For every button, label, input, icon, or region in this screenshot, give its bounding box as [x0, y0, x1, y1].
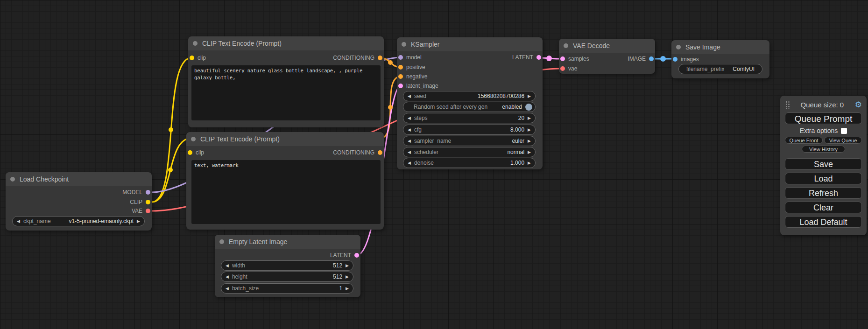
slot-dot-conditioning[interactable]	[378, 56, 382, 60]
width-combo[interactable]: ◀ width 512 ▶	[221, 260, 353, 271]
toggle-enabled-icon[interactable]	[525, 104, 532, 111]
slot-dot-model[interactable]	[146, 190, 150, 195]
input-slot-images[interactable]: images	[673, 55, 699, 64]
prev-value-icon[interactable]: ◀	[408, 94, 411, 98]
prompt-text-input[interactable]: beautiful scenery nature glass bottle la…	[191, 65, 381, 120]
node-vae-decode[interactable]: VAE Decode samples vae IMAGE	[559, 39, 655, 74]
queue-panel[interactable]: Queue size: 0 ⚙ Queue Prompt Extra optio…	[780, 96, 867, 235]
slot-dot-model[interactable]	[398, 55, 403, 60]
seed-combo[interactable]: ◀ seed 156680208700286 ▶	[403, 91, 536, 101]
next-value-icon[interactable]: ▶	[528, 128, 531, 132]
prev-value-icon[interactable]: ◀	[408, 128, 411, 132]
output-slot-latent[interactable]: LATENT	[512, 53, 541, 62]
queue-prompt-button[interactable]: Queue Prompt	[785, 112, 862, 124]
slot-dot-conditioning[interactable]	[398, 65, 403, 70]
prev-value-icon[interactable]: ◀	[408, 139, 411, 143]
denoise-combo[interactable]: ◀ denoise 1.000 ▶	[403, 158, 536, 168]
slot-dot-vae[interactable]	[146, 209, 150, 213]
node-title-bar[interactable]: Save Image	[671, 40, 769, 54]
next-value-icon[interactable]: ▶	[346, 264, 349, 268]
refresh-button[interactable]: Refresh	[785, 187, 862, 199]
input-slot-latent-image[interactable]: latent_image	[398, 81, 438, 91]
queue-front-button[interactable]: Queue Front	[785, 137, 823, 144]
node-title-bar[interactable]: CLIP Text Encode (Prompt)	[186, 132, 384, 146]
prev-value-icon[interactable]: ◀	[226, 264, 229, 268]
node-empty-latent-image[interactable]: Empty Latent Image LATENT ◀ width 512 ▶ …	[215, 235, 360, 297]
output-slot-model[interactable]: MODEL	[122, 188, 150, 197]
settings-gear-icon[interactable]: ⚙	[855, 101, 862, 109]
collapse-dot-icon[interactable]	[564, 43, 568, 48]
output-slot-clip[interactable]: CLIP	[130, 197, 150, 207]
next-value-icon[interactable]: ▶	[528, 116, 531, 120]
next-value-icon[interactable]: ▶	[346, 275, 349, 279]
input-slot-positive[interactable]: positive	[398, 63, 425, 72]
node-title-bar[interactable]: Load Checkpoint	[6, 172, 152, 186]
next-value-icon[interactable]: ▶	[346, 287, 349, 291]
output-slot-vae[interactable]: VAE	[132, 206, 150, 216]
output-slot-conditioning[interactable]: CONDITIONING	[333, 148, 382, 157]
output-slot-image[interactable]: IMAGE	[628, 54, 654, 63]
prev-value-icon[interactable]: ◀	[17, 219, 20, 224]
filename-prefix-field[interactable]: filename_prefix ComfyUI	[678, 64, 762, 74]
node-title-bar[interactable]: Empty Latent Image	[215, 235, 360, 249]
collapse-dot-icon[interactable]	[219, 239, 224, 244]
node-load-checkpoint[interactable]: Load Checkpoint MODEL CLIP VAE ◀ ckpt_na…	[6, 172, 152, 231]
sampler-name-combo[interactable]: ◀ sampler_name euler ▶	[403, 136, 536, 146]
load-default-button[interactable]: Load Default	[785, 216, 862, 228]
extra-options-checkbox[interactable]	[841, 128, 847, 134]
input-slot-negative[interactable]: negative	[398, 72, 427, 81]
collapse-dot-icon[interactable]	[193, 41, 198, 46]
node-title-bar[interactable]: VAE Decode	[559, 39, 655, 53]
load-button[interactable]: Load	[785, 173, 862, 184]
node-ksampler[interactable]: KSampler model positive negative latent_…	[397, 37, 543, 169]
input-slot-clip[interactable]: clip	[190, 53, 206, 63]
collapse-dot-icon[interactable]	[402, 42, 406, 47]
slot-dot-vae[interactable]	[560, 66, 565, 71]
next-value-icon[interactable]: ▶	[528, 161, 531, 165]
slot-dot-clip[interactable]	[188, 150, 192, 155]
collapse-dot-icon[interactable]	[676, 45, 681, 49]
input-slot-model[interactable]: model	[398, 53, 422, 62]
prev-value-icon[interactable]: ◀	[226, 287, 229, 291]
prev-value-icon[interactable]: ◀	[408, 161, 411, 165]
prev-value-icon[interactable]: ◀	[408, 116, 411, 120]
slot-dot-latent[interactable]	[536, 55, 541, 60]
collapse-dot-icon[interactable]	[10, 177, 15, 182]
input-slot-clip[interactable]: clip	[188, 148, 204, 157]
save-button[interactable]: Save	[785, 158, 862, 170]
slot-dot-image[interactable]	[649, 56, 654, 61]
output-slot-conditioning[interactable]: CONDITIONING	[333, 53, 382, 63]
next-value-icon[interactable]: ▶	[528, 139, 531, 143]
height-combo[interactable]: ◀ height 512 ▶	[221, 272, 353, 282]
input-slot-vae[interactable]: vae	[560, 64, 577, 73]
slot-dot-conditioning[interactable]	[398, 74, 403, 79]
ckpt-name-combo[interactable]: ◀ ckpt_name v1-5-pruned-emaonly.ckpt ▶	[12, 216, 145, 226]
view-queue-button[interactable]: View Queue	[824, 137, 862, 144]
node-title-bar[interactable]: CLIP Text Encode (Prompt)	[188, 36, 384, 50]
prompt-text-input[interactable]: text, watermark	[191, 160, 381, 224]
node-save-image[interactable]: Save Image images filename_prefix ComfyU…	[671, 40, 769, 78]
node-title-bar[interactable]: KSampler	[397, 37, 543, 51]
slot-dot-image[interactable]	[673, 57, 677, 62]
node-graph-canvas[interactable]: Load Checkpoint MODEL CLIP VAE ◀ ckpt_na…	[0, 0, 868, 329]
node-clip-text-encode-positive[interactable]: CLIP Text Encode (Prompt) clip CONDITION…	[188, 36, 384, 127]
slot-dot-clip[interactable]	[146, 200, 150, 204]
slot-dot-clip[interactable]	[190, 56, 194, 60]
random-seed-toggle[interactable]: Random seed after every gen enabled	[403, 102, 536, 112]
collapse-dot-icon[interactable]	[191, 137, 196, 141]
input-slot-samples[interactable]: samples	[560, 54, 589, 63]
next-value-icon[interactable]: ▶	[528, 150, 531, 154]
next-value-icon[interactable]: ▶	[137, 219, 140, 224]
node-clip-text-encode-negative[interactable]: CLIP Text Encode (Prompt) clip CONDITION…	[186, 132, 384, 230]
slot-dot-latent[interactable]	[354, 253, 359, 258]
steps-combo[interactable]: ◀ steps 20 ▶	[403, 113, 536, 123]
view-history-button[interactable]: View History	[802, 146, 845, 153]
slot-dot-conditioning[interactable]	[378, 150, 382, 155]
next-value-icon[interactable]: ▶	[528, 94, 531, 98]
slot-dot-latent[interactable]	[398, 84, 403, 88]
slot-dot-latent[interactable]	[560, 56, 565, 61]
batch-size-combo[interactable]: ◀ batch_size 1 ▶	[221, 283, 353, 294]
prev-value-icon[interactable]: ◀	[226, 275, 229, 279]
scheduler-combo[interactable]: ◀ scheduler normal ▶	[403, 147, 536, 157]
prev-value-icon[interactable]: ◀	[408, 150, 411, 154]
